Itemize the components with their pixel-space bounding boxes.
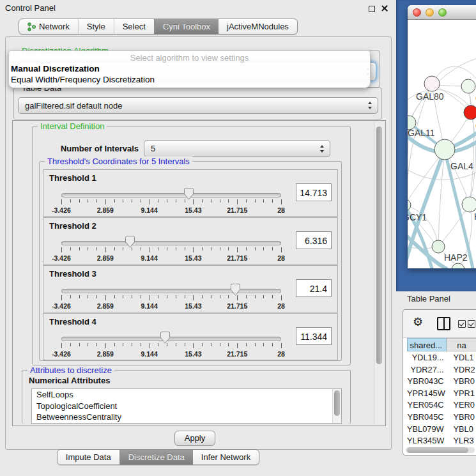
- tick-mark: [246, 343, 247, 346]
- slider-thumb-icon[interactable]: [231, 284, 240, 296]
- threshold-value-field[interactable]: 6.316: [296, 231, 332, 249]
- table-cell: YBL0: [447, 424, 476, 436]
- top-tabstrip: Network Style Select Cyni Toolbox jActiv…: [0, 19, 316, 35]
- columns-icon[interactable]: [437, 317, 450, 330]
- tab-cyni-toolbox[interactable]: Cyni Toolbox: [154, 19, 219, 34]
- tick-mark: [185, 295, 185, 298]
- attribute-list-item[interactable]: SelfLoops: [32, 389, 341, 401]
- minimize-traffic-light-icon[interactable]: [426, 8, 434, 17]
- tick-mark: [255, 199, 256, 203]
- tab-jactivemnodules[interactable]: jActiveMNodules: [219, 19, 297, 34]
- scrollbar-thumb[interactable]: [376, 127, 382, 364]
- tab-select[interactable]: Select: [114, 19, 154, 34]
- tab-style[interactable]: Style: [78, 19, 114, 34]
- tick-label: 21.715: [227, 206, 247, 214]
- table-data-combo[interactable]: galFiltered.sif default node: [18, 97, 378, 114]
- interval-definition-group: Interval Definition Number of Intervals …: [32, 126, 351, 365]
- threshold-value-field[interactable]: 14.713: [296, 183, 332, 201]
- table-row[interactable]: YBL079WYBL0: [407, 424, 476, 436]
- slider-track[interactable]: [61, 193, 281, 197]
- table-row[interactable]: YER054CYER0: [407, 399, 476, 411]
- node-label: GCY1: [408, 212, 427, 222]
- checkbox-icon[interactable]: [458, 320, 466, 328]
- slider-thumb-icon[interactable]: [125, 236, 135, 248]
- table-row[interactable]: YDL19...YDL1: [407, 352, 476, 364]
- close-icon[interactable]: [381, 4, 388, 12]
- tick-mark: [88, 295, 88, 298]
- table-row[interactable]: YLR345WYLR3: [407, 435, 476, 445]
- node-red-selected[interactable]: [464, 105, 476, 119]
- scrollbar-thumb[interactable]: [407, 447, 468, 453]
- slider-track[interactable]: [61, 337, 281, 341]
- table-cell: YLR3: [447, 435, 476, 445]
- tick-mark: [211, 295, 211, 298]
- tick-mark: [211, 247, 211, 250]
- table-row[interactable]: YPR145WYPR1: [407, 388, 476, 400]
- threshold-slider[interactable]: -3.4262.8599.14415.4321.71528: [61, 188, 281, 215]
- threshold-slider[interactable]: -3.4262.8599.14415.4321.71528: [61, 284, 281, 311]
- network-window-frame: GAL80 G C GAL11 GAL4 GCY1 H HAP2: [396, 0, 476, 291]
- node-bottom[interactable]: [452, 263, 464, 268]
- tab-impute-data[interactable]: Impute Data: [58, 450, 119, 464]
- node-gcy1[interactable]: [408, 199, 411, 211]
- float-window-icon[interactable]: [369, 6, 375, 12]
- control-panel-header: Control Panel: [0, 0, 396, 17]
- close-traffic-light-icon[interactable]: [413, 8, 421, 17]
- node-gal80[interactable]: [424, 76, 440, 91]
- node-gal4[interactable]: [434, 139, 455, 160]
- tick-mark: [150, 295, 150, 300]
- tick-mark: [246, 199, 247, 203]
- thresholds-group: Threshold's Coordinates for 5 Intervals …: [39, 161, 342, 361]
- attribute-list-item[interactable]: BetweennessCentrality: [32, 411, 341, 423]
- column-header-name[interactable]: na: [447, 338, 476, 351]
- scrollbar-thumb[interactable]: [334, 390, 340, 416]
- group-title: Attributes to discretize: [27, 365, 114, 375]
- threshold-slider[interactable]: -3.4262.8599.14415.4321.71528: [61, 236, 281, 263]
- slider-tick-labels: -3.4262.8599.14415.4321.71528: [61, 350, 281, 358]
- table-row[interactable]: YBR043CYBR0: [407, 376, 476, 388]
- network-canvas[interactable]: GAL80 G C GAL11 GAL4 GCY1 H HAP2: [408, 20, 476, 268]
- tab-discretize-data[interactable]: Discretize Data: [119, 450, 193, 464]
- slider-thumb-icon[interactable]: [160, 332, 170, 344]
- zoom-traffic-light-icon[interactable]: [438, 8, 447, 17]
- tick-mark: [61, 247, 62, 252]
- dropdown-item-equal-width-frequency[interactable]: Equal Width/Frequency Discretization: [11, 75, 368, 85]
- dropdown-item-manual-discretization[interactable]: Manual Discretization: [11, 64, 368, 74]
- tick-label: 9.144: [141, 302, 157, 310]
- threshold-value-field[interactable]: 21.4: [296, 279, 332, 297]
- node-g[interactable]: [461, 79, 475, 93]
- tick-mark: [105, 247, 106, 252]
- attribute-list-item[interactable]: TopologicalCoefficient: [32, 401, 341, 412]
- table-row[interactable]: YBR045CYBR0: [407, 411, 476, 424]
- tick-mark: [70, 247, 71, 250]
- tick-mark: [246, 247, 247, 250]
- network-window-titlebar[interactable]: [408, 5, 476, 20]
- number-of-intervals-combo[interactable]: 5: [144, 140, 330, 157]
- column-header-shared[interactable]: shared...: [407, 338, 447, 351]
- panel-scrollbar[interactable]: [374, 122, 384, 424]
- slider-thumb-icon[interactable]: [184, 188, 194, 200]
- table-row[interactable]: YDR27...YDR2: [407, 364, 476, 376]
- apply-button[interactable]: Apply: [174, 431, 215, 446]
- node-hap2[interactable]: [432, 240, 445, 253]
- tab-network[interactable]: Network: [19, 19, 78, 34]
- numerical-attributes-list[interactable]: SelfLoopsTopologicalCoefficientBetweenne…: [31, 388, 342, 424]
- tick-mark: [167, 247, 167, 250]
- attr-list-scrollbar[interactable]: [332, 389, 341, 423]
- tick-mark: [272, 343, 273, 346]
- threshold-slider[interactable]: -3.4262.8599.14415.4321.71528: [61, 332, 281, 358]
- algorithm-dropdown-popup: Select algorithm to view settings Manual…: [8, 50, 371, 88]
- slider-track[interactable]: [61, 241, 281, 245]
- threshold-value-field[interactable]: 11.344: [296, 327, 332, 345]
- tick-mark: [272, 247, 273, 250]
- table-cell: YBL079W: [407, 424, 447, 436]
- checkbox-icon[interactable]: [468, 320, 475, 328]
- tick-mark: [193, 343, 194, 348]
- gear-icon[interactable]: ⚙: [413, 316, 423, 328]
- table-hscrollbar[interactable]: [406, 447, 475, 453]
- settings-scrollpane: Interval Definition Number of Intervals …: [12, 120, 386, 426]
- node-h[interactable]: [462, 197, 476, 212]
- control-panel: Control Panel Network Style Sele: [0, 0, 397, 476]
- slider-track[interactable]: [61, 289, 281, 293]
- tab-infer-network[interactable]: Infer Network: [193, 450, 259, 464]
